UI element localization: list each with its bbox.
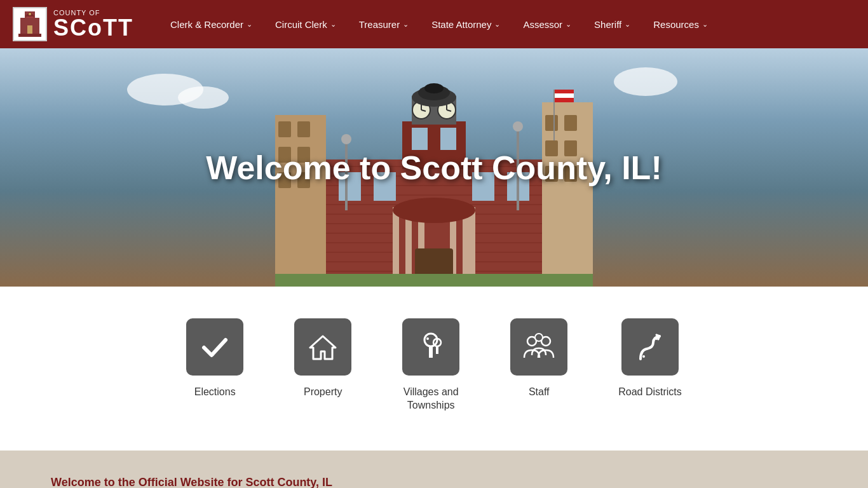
road-districts-link[interactable]: Road Districts bbox=[618, 318, 682, 399]
svg-marker-70 bbox=[310, 336, 336, 359]
nav-treasurer[interactable]: Treasurer ⌄ bbox=[348, 0, 420, 48]
bottom-title: Welcome to the Official Website for Scot… bbox=[51, 476, 817, 488]
svg-point-78 bbox=[535, 334, 543, 341]
svg-rect-75 bbox=[436, 346, 438, 354]
nav-state-attorney[interactable]: State Attorney ⌄ bbox=[420, 0, 512, 48]
scott-label: SCoTT bbox=[53, 17, 133, 39]
chevron-down-icon: ⌄ bbox=[330, 20, 336, 29]
svg-rect-8 bbox=[275, 115, 326, 287]
svg-rect-9 bbox=[278, 121, 291, 137]
elections-icon-box bbox=[186, 318, 243, 376]
svg-point-60 bbox=[424, 83, 444, 93]
nav-clerk-recorder[interactable]: Clerk & Recorder ⌄ bbox=[159, 0, 264, 48]
road-districts-label: Road Districts bbox=[618, 386, 682, 399]
road-districts-icon-box bbox=[621, 318, 679, 376]
chevron-down-icon: ⌄ bbox=[403, 20, 409, 29]
elections-label: Elections bbox=[194, 386, 236, 399]
property-label: Property bbox=[304, 386, 342, 399]
bottom-section: Welcome to the Official Website for Scot… bbox=[0, 451, 868, 488]
svg-rect-67 bbox=[555, 93, 574, 98]
property-icon-box bbox=[294, 318, 351, 376]
svg-rect-50 bbox=[440, 128, 456, 150]
chevron-down-icon: ⌄ bbox=[566, 20, 571, 29]
chevron-down-icon: ⌄ bbox=[625, 20, 630, 29]
svg-rect-17 bbox=[564, 115, 577, 131]
elections-link[interactable]: Elections bbox=[186, 318, 243, 399]
chevron-down-icon: ⌄ bbox=[494, 20, 500, 29]
svg-point-72 bbox=[426, 337, 429, 340]
nav-assessor[interactable]: Assessor ⌄ bbox=[512, 0, 583, 48]
check-icon bbox=[199, 331, 231, 363]
courthouse-icon bbox=[17, 11, 43, 37]
svg-rect-49 bbox=[412, 128, 428, 150]
tree-icon bbox=[415, 331, 447, 363]
staff-icon-box bbox=[510, 318, 567, 376]
chevron-down-icon: ⌄ bbox=[247, 20, 252, 29]
main-nav: Clerk & Recorder ⌄ Circuit Clerk ⌄ Treas… bbox=[159, 0, 855, 48]
villages-icon-box bbox=[402, 318, 459, 376]
svg-point-81 bbox=[655, 337, 658, 340]
svg-point-6 bbox=[29, 13, 31, 15]
hero-section: Welcome to Scott County, IL! bbox=[0, 48, 868, 287]
svg-point-80 bbox=[649, 346, 651, 349]
svg-point-62 bbox=[341, 134, 351, 144]
cloud-2 bbox=[178, 86, 229, 109]
svg-rect-73 bbox=[429, 346, 433, 358]
staff-link[interactable]: Staff bbox=[510, 318, 567, 399]
chevron-down-icon: ⌄ bbox=[702, 20, 708, 29]
villages-link[interactable]: Villages andTownships bbox=[402, 318, 459, 412]
svg-rect-69 bbox=[275, 274, 593, 287]
nav-resources[interactable]: Resources ⌄ bbox=[642, 0, 719, 48]
svg-point-79 bbox=[642, 355, 645, 358]
svg-rect-65 bbox=[553, 90, 555, 140]
site-logo[interactable]: County of SCoTT bbox=[13, 7, 133, 41]
svg-rect-10 bbox=[297, 121, 310, 137]
logo-icon bbox=[13, 7, 47, 41]
hero-title: Welcome to Scott County, IL! bbox=[193, 149, 674, 187]
villages-label: Villages andTownships bbox=[403, 386, 459, 412]
property-link[interactable]: Property bbox=[294, 318, 351, 399]
icons-section: Elections Property Villages andTownships bbox=[0, 287, 868, 451]
home-icon bbox=[307, 331, 339, 363]
nav-circuit-clerk[interactable]: Circuit Clerk ⌄ bbox=[264, 0, 348, 48]
people-icon bbox=[523, 331, 555, 363]
logo-text: County of SCoTT bbox=[53, 9, 133, 39]
svg-point-64 bbox=[513, 121, 523, 132]
staff-label: Staff bbox=[529, 386, 550, 399]
svg-rect-4 bbox=[18, 34, 41, 37]
svg-point-46 bbox=[393, 198, 475, 223]
svg-rect-68 bbox=[555, 98, 574, 102]
svg-rect-16 bbox=[545, 115, 558, 131]
site-header: County of SCoTT Clerk & Recorder ⌄ Circu… bbox=[0, 0, 868, 48]
road-icon bbox=[634, 331, 666, 363]
cloud-3 bbox=[614, 67, 677, 96]
nav-sheriff[interactable]: Sheriff ⌄ bbox=[583, 0, 642, 48]
svg-rect-5 bbox=[27, 25, 32, 34]
